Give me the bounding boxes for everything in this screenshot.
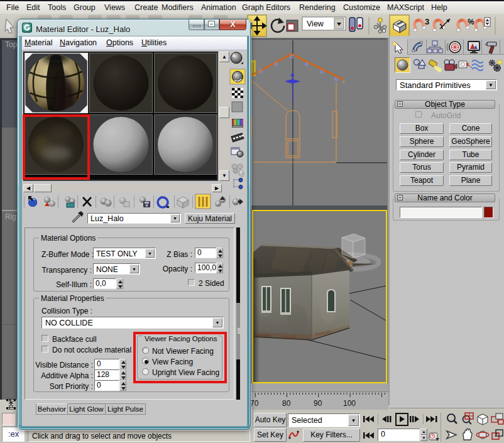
svg-text:80: 80 [282, 399, 291, 408]
svg-text:70: 70 [250, 399, 259, 408]
svg-text:100: 100 [343, 399, 356, 408]
svg-text:90: 90 [314, 399, 322, 408]
svg-text:%: % [468, 18, 474, 26]
svg-text:3: 3 [425, 17, 429, 26]
